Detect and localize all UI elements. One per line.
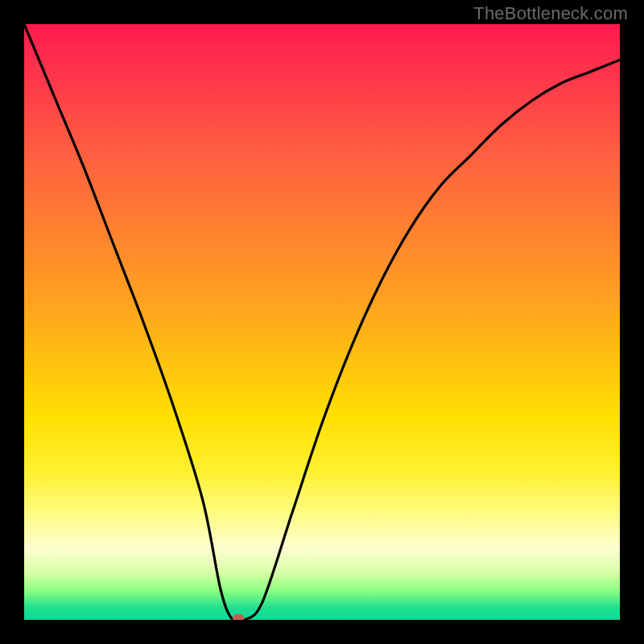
- plot-area: [24, 24, 620, 620]
- attribution-label: TheBottleneck.com: [473, 3, 628, 24]
- optimal-point-marker: [233, 614, 244, 620]
- chart-svg: [24, 24, 620, 620]
- chart-frame: TheBottleneck.com: [0, 0, 644, 644]
- bottleneck-curve-line: [24, 24, 620, 620]
